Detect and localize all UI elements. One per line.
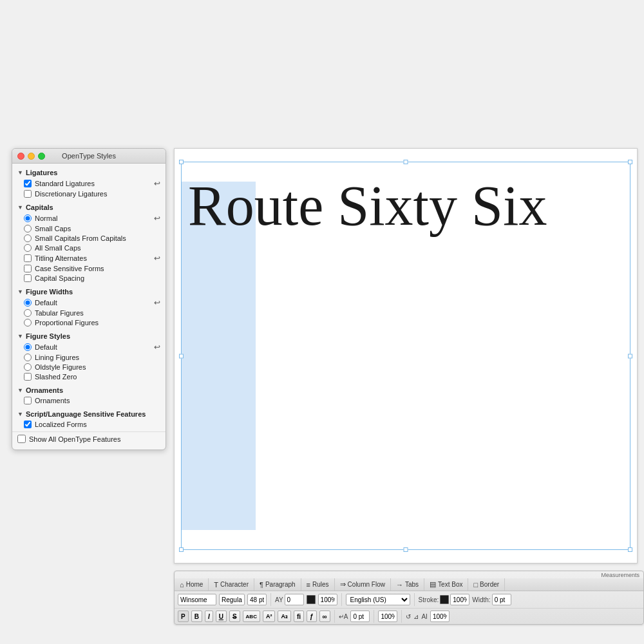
separator	[414, 593, 415, 606]
scale-x-input[interactable]	[378, 611, 397, 622]
capitals-smallcaps-label: Small Caps	[35, 225, 160, 232]
tab-character[interactable]: T Character	[209, 578, 254, 591]
list-item: Normal ↩	[24, 213, 160, 223]
list-item: Ornaments	[24, 395, 160, 405]
triangle-icon: ▼	[17, 204, 23, 211]
home-icon: ⌂	[180, 581, 184, 589]
figwidths-tabular-radio[interactable]	[24, 309, 32, 317]
tab-textbox[interactable]: ▤ Text Box	[424, 578, 468, 591]
bold-button[interactable]: B	[191, 611, 202, 622]
capitals-normal-label: Normal	[35, 214, 151, 222]
section-capitals-header[interactable]: ▼ Capitals	[12, 201, 166, 213]
size-input[interactable]	[247, 594, 267, 605]
section-figurewidths-header[interactable]: ▼ Figure Widths	[12, 285, 166, 297]
tab-border[interactable]: □ Border	[468, 578, 505, 591]
ornaments-label: Ornaments	[35, 397, 160, 404]
handle-left-mid[interactable]	[179, 354, 184, 358]
stroke-swatch[interactable]	[440, 595, 449, 604]
measurements-controls-row1: AY English (US) Stroke: Width:	[175, 591, 643, 608]
handle-bottom-right[interactable]	[628, 547, 632, 552]
link-button[interactable]: ∞	[319, 611, 330, 622]
indent-input[interactable]	[350, 611, 370, 622]
separator	[270, 593, 271, 606]
normal-icon: ↩	[154, 214, 160, 223]
figstyles-oldstyle-label: Oldstyle Figures	[35, 363, 160, 371]
tab-columnflow[interactable]: ⇒ Column Flow	[335, 578, 391, 591]
figwidths-tabular-label: Tabular Figures	[35, 309, 160, 317]
figstyles-lining-radio[interactable]	[24, 354, 32, 361]
tracking-input[interactable]	[285, 594, 304, 605]
ai-label: AI	[421, 613, 427, 620]
handle-top-left[interactable]	[179, 160, 184, 164]
font-input[interactable]	[178, 594, 216, 605]
minimize-button[interactable]	[28, 153, 35, 160]
separator	[334, 610, 335, 623]
handle-top-right[interactable]	[628, 160, 632, 164]
language-select[interactable]: English (US)	[346, 594, 410, 605]
color-swatch[interactable]	[307, 595, 316, 604]
figwidths-proportional-radio[interactable]	[24, 319, 32, 327]
width-input[interactable]	[492, 594, 511, 605]
style-input[interactable]	[219, 594, 245, 605]
capital-spacing-checkbox[interactable]	[24, 274, 32, 282]
columnflow-icon: ⇒	[340, 580, 346, 589]
list-item: Slashed Zero	[24, 372, 160, 381]
canvas-text[interactable]: Route Sixty Six	[188, 172, 630, 240]
handle-right-mid[interactable]	[628, 354, 632, 358]
titling-alternates-checkbox[interactable]	[24, 254, 32, 262]
superscript-button[interactable]: A²	[263, 611, 276, 622]
handle-top-mid[interactable]	[404, 160, 408, 164]
ornaments-checkbox[interactable]	[24, 397, 32, 404]
capitals-normal-radio[interactable]	[24, 214, 32, 222]
character-icon: T	[214, 581, 218, 589]
localized-forms-checkbox[interactable]	[24, 421, 32, 428]
text-box[interactable]: Route Sixty Six	[181, 162, 630, 550]
tab-rules[interactable]: ≡ Rules	[301, 578, 335, 591]
figstyles-oldstyle-radio[interactable]	[24, 363, 32, 371]
measurements-controls-row2: P B I U S ABC A² A₂ fi ƒ ∞ ↵A ↺ ⊿ AI	[175, 608, 643, 624]
ai-pct-input[interactable]	[430, 611, 450, 622]
standard-ligatures-checkbox[interactable]	[24, 180, 32, 187]
list-item: Localized Forms	[24, 419, 160, 429]
case-sensitive-forms-checkbox[interactable]	[24, 265, 32, 272]
fi-ligature-button[interactable]: fi	[294, 611, 304, 622]
section-ornaments-items: Ornaments	[12, 395, 166, 408]
discretionary-ligatures-checkbox[interactable]	[24, 190, 32, 198]
close-button[interactable]	[17, 153, 24, 160]
section-scriptlang-header[interactable]: ▼ Script/Language Sensitive Features	[12, 408, 166, 419]
list-item: Default ↩	[24, 297, 160, 308]
triangle-icon: ▼	[17, 333, 23, 339]
slashed-zero-checkbox[interactable]	[24, 373, 32, 381]
tab-paragraph[interactable]: ¶ Paragraph	[254, 578, 301, 591]
section-ligatures-header[interactable]: ▼ Ligatures	[12, 166, 166, 178]
italic-button[interactable]: I	[205, 611, 213, 622]
underline-button[interactable]: U	[216, 611, 227, 622]
zoom-button[interactable]	[38, 153, 45, 160]
font-field	[178, 594, 216, 605]
allcaps-button[interactable]: ABC	[243, 611, 260, 622]
figwidths-default-radio[interactable]	[24, 299, 32, 307]
section-figurestyles-header[interactable]: ▼ Figure Styles	[12, 330, 166, 341]
tab-home[interactable]: ⌂ Home	[175, 578, 209, 591]
handle-bottom-mid[interactable]	[404, 547, 408, 552]
section-capitals-label: Capitals	[26, 204, 53, 211]
measurements-tabs: ⌂ Home T Character ¶ Paragraph ≡ Rules ⇒…	[175, 578, 643, 591]
subscript-button[interactable]: A₂	[278, 611, 291, 622]
section-scriptlang-label: Script/Language Sensitive Features	[26, 410, 146, 418]
show-all-checkbox[interactable]	[17, 435, 26, 443]
section-ornaments-header[interactable]: ▼ Ornaments	[12, 384, 166, 395]
tab-tabs[interactable]: → Tabs	[391, 578, 424, 591]
separator	[374, 610, 374, 623]
show-all-row: Show All OpenType Features	[12, 431, 166, 446]
stroke-pct-input[interactable]	[450, 594, 469, 605]
fl-ligature-button[interactable]: ƒ	[307, 611, 317, 622]
color-pct-input[interactable]	[318, 594, 337, 605]
paragraph-style-button[interactable]: P	[178, 611, 189, 622]
capitals-smallcaps-radio[interactable]	[24, 225, 32, 232]
section-figurewidths-label: Figure Widths	[26, 288, 73, 296]
capitals-allsmallcaps-radio[interactable]	[24, 244, 32, 252]
handle-bottom-left[interactable]	[179, 547, 184, 552]
strikethrough-button[interactable]: S	[229, 611, 240, 622]
capitals-smallcapsfromcaps-radio[interactable]	[24, 234, 32, 242]
figstyles-default-radio[interactable]	[24, 343, 32, 351]
